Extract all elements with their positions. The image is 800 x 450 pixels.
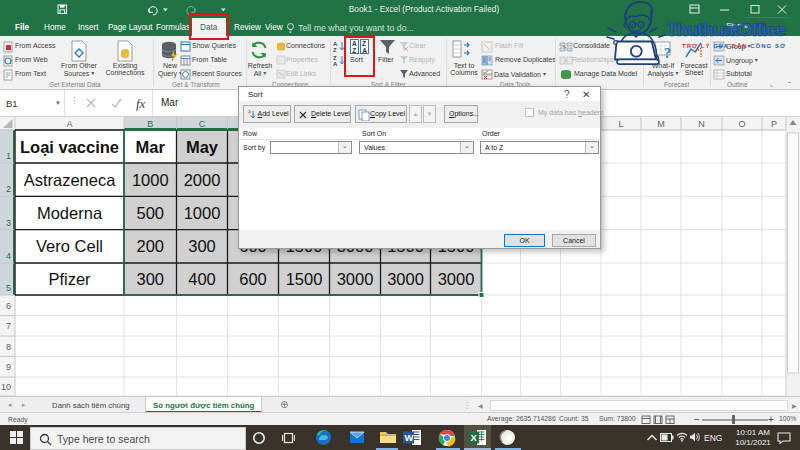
svg-text:3: 3 (6, 218, 11, 228)
svg-text:3000: 3000 (438, 270, 475, 288)
svg-text:W: W (405, 432, 414, 443)
svg-text:600: 600 (239, 270, 267, 288)
svg-text:1: 1 (6, 151, 11, 161)
svg-text:8: 8 (6, 342, 11, 352)
svg-text:?: ? (664, 46, 671, 61)
svg-text:5: 5 (6, 283, 11, 293)
svg-text:Astrazeneca: Astrazeneca (24, 171, 117, 189)
svg-text:2: 2 (6, 184, 11, 194)
svg-text:4: 4 (6, 251, 11, 261)
svg-text:2000: 2000 (184, 171, 221, 189)
svg-text:6: 6 (6, 301, 11, 311)
svg-text:P: P (771, 119, 777, 129)
svg-text:O: O (738, 119, 745, 129)
svg-text:300: 300 (136, 270, 164, 288)
svg-text:B: B (147, 119, 153, 129)
svg-text:L: L (618, 119, 623, 129)
svg-text:Vero Cell: Vero Cell (36, 237, 103, 255)
svg-text:1000: 1000 (132, 171, 169, 189)
svg-text:3000: 3000 (387, 270, 424, 288)
svg-text:N: N (698, 119, 705, 129)
svg-text:300: 300 (188, 237, 216, 255)
svg-text:1000: 1000 (184, 204, 221, 222)
svg-text:7: 7 (6, 321, 11, 331)
svg-text:X: X (471, 432, 478, 443)
svg-text:200: 200 (136, 237, 164, 255)
svg-text:1500: 1500 (286, 270, 323, 288)
svg-text:400: 400 (188, 270, 216, 288)
svg-text:Pfizer: Pfizer (48, 270, 91, 288)
svg-text:Mar: Mar (136, 138, 166, 156)
svg-text:C: C (199, 119, 206, 129)
svg-text:Z: Z (333, 47, 337, 53)
svg-text:500: 500 (136, 204, 164, 222)
svg-text:Loại vaccine: Loại vaccine (20, 138, 119, 156)
svg-text:A: A (333, 61, 338, 67)
svg-text:10: 10 (1, 382, 11, 392)
svg-text:A: A (66, 119, 72, 129)
svg-text:May: May (186, 138, 219, 156)
svg-text:fx: fx (136, 96, 146, 111)
svg-text:9: 9 (6, 362, 11, 372)
svg-text:Moderna: Moderna (37, 204, 103, 222)
svg-text:M: M (657, 119, 665, 129)
svg-text:3000: 3000 (337, 270, 374, 288)
